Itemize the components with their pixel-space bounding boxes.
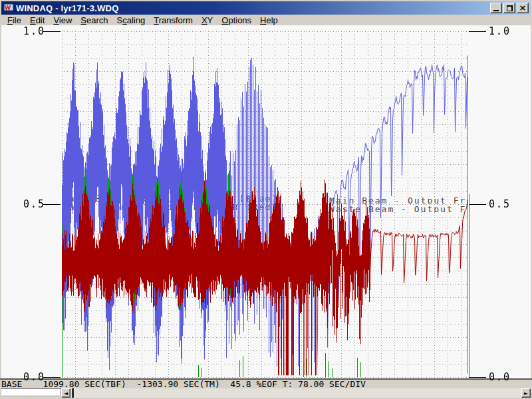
scrollbar-thumb[interactable] [72,388,74,398]
window-controls: × [490,3,529,13]
close-icon: × [519,5,527,11]
scrollbar-row: ◄ ► [1,388,531,398]
windaq-window: WINDAQ - lyr171-3.WDQ × FileEditViewSear… [0,0,532,399]
menu-item-edit[interactable]: Edit [29,15,46,25]
scroll-right-icon: ► [524,390,528,396]
scrollbar-track[interactable] [70,388,521,398]
restore-icon [507,5,513,11]
menu-item-xy[interactable]: XY [200,15,214,25]
menu-bar: FileEditViewSearchScalingTransformXYOpti… [1,15,531,25]
title-bar[interactable]: WINDAQ - lyr171-3.WDQ × [1,1,531,15]
y-label-left-top: 1.0 [17,25,45,37]
status-text: BASE 1099.80 SEC(TBF) -1303.90 SEC(TM) 4… [1,379,366,388]
scroll-left-button[interactable]: ◄ [61,388,70,398]
close-button[interactable]: × [517,3,529,13]
waveform-canvas[interactable] [1,25,531,378]
y-label-right-mid: 0.5 [489,198,519,210]
channel-box [1,388,61,396]
menu-item-file[interactable]: File [6,15,23,25]
chart-region: Main Beam - Output From OC (Blue) Waste … [1,25,531,378]
menu-item-options[interactable]: Options [220,15,253,25]
menu-item-scaling[interactable]: Scaling [116,15,147,25]
minimize-icon [493,10,499,11]
windaq-logo-icon [3,3,14,13]
menu-item-search[interactable]: Search [79,15,109,25]
y-label-right-bottom: 0.0 [489,371,519,383]
y-label-left-bottom: 0.0 [17,371,45,383]
scroll-right-button[interactable]: ► [521,388,531,398]
restore-button[interactable] [503,3,515,13]
scroll-left-icon: ◄ [64,390,68,396]
menu-item-help[interactable]: Help [259,15,279,25]
status-bar: BASE 1099.80 SEC(TBF) -1303.90 SEC(TM) 4… [0,378,532,388]
minimize-button[interactable] [490,3,502,13]
y-label-right-top: 1.0 [489,25,519,37]
window-title: WINDAQ - lyr171-3.WDQ [16,3,490,13]
menu-item-transform[interactable]: Transform [152,15,194,25]
y-label-left-mid: 0.5 [17,198,45,210]
menu-item-view[interactable]: View [52,15,73,25]
